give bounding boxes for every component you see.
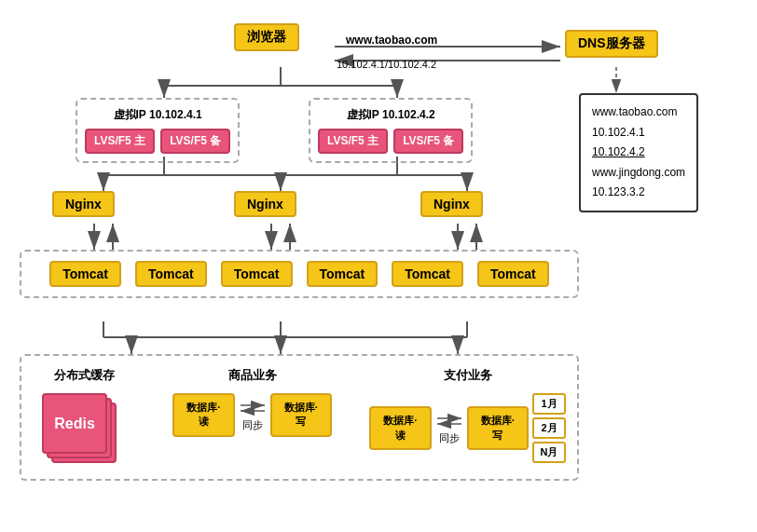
- tomcat-4: Tomcat: [307, 261, 378, 287]
- vip-group-2: 虚拟IP 10.102.4.2 LVS/F5 主 LVS/F5 备: [309, 98, 473, 163]
- product-sync-label: 同步: [242, 418, 263, 432]
- product-db-read: 数据库·读: [172, 393, 235, 437]
- product-db-group: 数据库·读 同步 数据库·写: [172, 393, 332, 437]
- tomcat-1: Tomcat: [49, 261, 121, 287]
- vip-group-1: 虚拟IP 10.102.4.1 LVS/F5 主 LVS/F5 备: [76, 98, 240, 163]
- vip1-label: 虚拟IP 10.102.4.1: [114, 107, 202, 123]
- dns-record-1: www.taobao.com: [592, 102, 685, 123]
- month-boxes: 1月 2月 N月: [532, 393, 566, 463]
- month-1: 1月: [532, 393, 566, 415]
- browser-box: 浏览器: [234, 23, 299, 51]
- services-container: 分布式缓存 Redis 商品业务 数据库·读: [20, 354, 579, 481]
- payment-section: 支付业务 数据库·读 同步 数据库·写 1月 2月 N月: [369, 367, 566, 463]
- dns-response-label: 10.102.4.1/10.102.4.2: [337, 59, 436, 70]
- redis-card-front: Redis: [42, 393, 107, 454]
- payment-label: 支付业务: [444, 367, 492, 384]
- payment-db-read: 数据库·读: [369, 406, 431, 450]
- product-section: 商品业务 数据库·读 同步 数据库·写: [172, 367, 332, 437]
- cache-section: 分布式缓存 Redis: [33, 367, 135, 468]
- payment-db-group: 数据库·读 同步 数据库·写 1月 2月 N月: [369, 393, 566, 463]
- lvs-f5-backup-2: LVS/F5 备: [393, 129, 463, 154]
- nginx-label-1: Nginx: [52, 191, 115, 217]
- nginx-3: Nginx: [420, 191, 483, 217]
- redis-stack: Redis: [42, 393, 126, 468]
- payment-sync-label: 同步: [439, 431, 460, 445]
- tomcat-6: Tomcat: [477, 261, 549, 287]
- dns-record-3: 10.102.4.2: [592, 143, 685, 163]
- product-label: 商品业务: [228, 367, 277, 384]
- dns-request-label: www.taobao.com: [346, 34, 437, 47]
- nginx-label-3: Nginx: [420, 191, 483, 217]
- tomcat-5: Tomcat: [392, 261, 463, 287]
- dns-record-2: 10.102.4.1: [592, 123, 685, 143]
- month-n: N月: [532, 442, 566, 463]
- redis-label: Redis: [54, 416, 95, 432]
- product-db-write: 数据库·写: [270, 393, 333, 437]
- architecture-diagram: 浏览器 www.taobao.com 10.102.4.1/10.102.4.2…: [10, 9, 747, 526]
- lvs-f5-backup-1: LVS/F5 备: [160, 129, 230, 154]
- nginx-label-2: Nginx: [234, 191, 296, 217]
- month-2: 2月: [532, 417, 566, 439]
- payment-db-write: 数据库·写: [467, 406, 529, 450]
- payment-sync: 同步: [435, 411, 463, 445]
- lvs-f5-primary-2: LVS/F5 主: [318, 129, 388, 154]
- dns-server-label: DNS服务器: [565, 30, 658, 58]
- cache-label: 分布式缓存: [54, 367, 115, 384]
- product-sync: 同步: [239, 398, 267, 432]
- tomcat-2: Tomcat: [135, 261, 207, 287]
- nginx-2: Nginx: [234, 191, 296, 217]
- tomcat-row-container: Tomcat Tomcat Tomcat Tomcat Tomcat Tomca…: [20, 250, 579, 298]
- dns-server-box: DNS服务器: [565, 30, 658, 58]
- lvs-f5-primary-1: LVS/F5 主: [85, 129, 155, 154]
- dns-info-box: www.taobao.com 10.102.4.1 10.102.4.2 www…: [579, 93, 698, 212]
- vip2-label: 虚拟IP 10.102.4.2: [347, 107, 435, 123]
- dns-record-4: www.jingdong.com: [592, 163, 685, 184]
- tomcat-3: Tomcat: [221, 261, 293, 287]
- nginx-1: Nginx: [52, 191, 115, 217]
- browser-label: 浏览器: [234, 23, 299, 51]
- dns-record-5: 10.123.3.2: [592, 183, 685, 203]
